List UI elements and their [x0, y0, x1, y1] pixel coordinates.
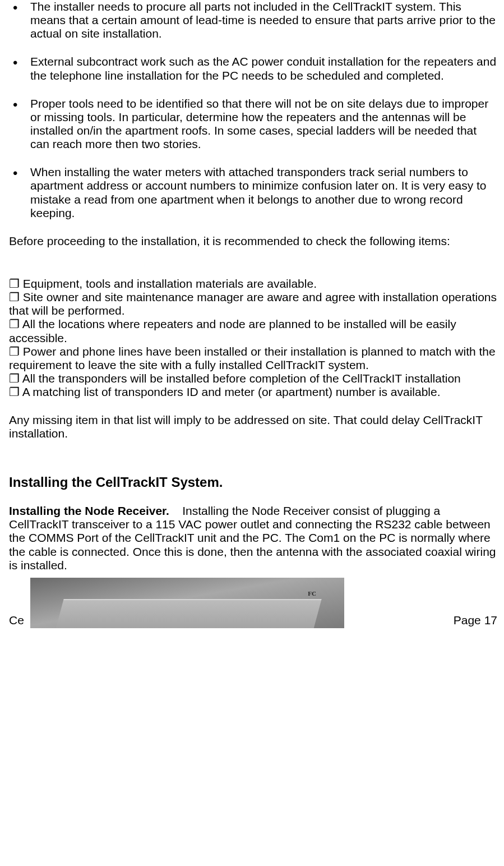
footer-page-number: Page 17 — [454, 614, 497, 627]
checkbox-icon: ❐ — [9, 345, 20, 358]
bullet-list: The installer needs to procure all parts… — [9, 0, 497, 220]
checklist-item: ❐ All the transponders will be installed… — [9, 372, 497, 385]
bullet-item: Proper tools need to be identified so th… — [9, 97, 497, 151]
checklist-text: All the locations where repeaters and no… — [9, 317, 456, 344]
bullet-item: The installer needs to procure all parts… — [9, 0, 497, 40]
checklist-text: All the transponders will be installed b… — [22, 372, 461, 385]
checkbox-icon: ❐ — [9, 277, 20, 291]
checklist-item: ❐ Equipment, tools and installation mate… — [9, 277, 497, 291]
checkbox-icon: ❐ — [9, 317, 20, 331]
node-receiver-heading: Installing the Node Receiver. — [9, 504, 169, 517]
checklist-item: ❐ Site owner and site maintenance manage… — [9, 291, 497, 317]
checklist-item: ❐ A matching list of transponders ID and… — [9, 385, 497, 399]
checklist-item: ❐ Power and phone lines have been instal… — [9, 345, 497, 372]
checkbox-icon: ❐ — [9, 372, 20, 385]
checklist-text: Site owner and site maintenance manager … — [9, 291, 497, 317]
page-footer: Ce Page 17 — [9, 602, 497, 628]
checkbox-icon: ❐ — [9, 385, 20, 399]
bullet-item: When installing the water meters with at… — [9, 165, 497, 220]
fc-badge: FC — [308, 590, 316, 597]
checklist-text: Power and phone lines have been installe… — [9, 345, 496, 371]
checklist-text: A matching list of transponders ID and m… — [22, 385, 441, 398]
checkbox-icon: ❐ — [9, 291, 20, 304]
checklist-text: Equipment, tools and installation materi… — [23, 277, 317, 290]
checklist-item: ❐ All the locations where repeaters and … — [9, 317, 497, 344]
post-checklist-paragraph: Any missing item in that list will imply… — [9, 413, 497, 440]
footer-left: Ce — [9, 614, 24, 627]
node-receiver-paragraph: Installing the Node Receiver. Installing… — [9, 504, 497, 572]
intro-paragraph: Before proceeding to the installation, i… — [9, 234, 497, 248]
bullet-item: External subcontract work such as the AC… — [9, 55, 497, 82]
section-heading: Installing the CellTrackIT System. — [9, 475, 497, 490]
